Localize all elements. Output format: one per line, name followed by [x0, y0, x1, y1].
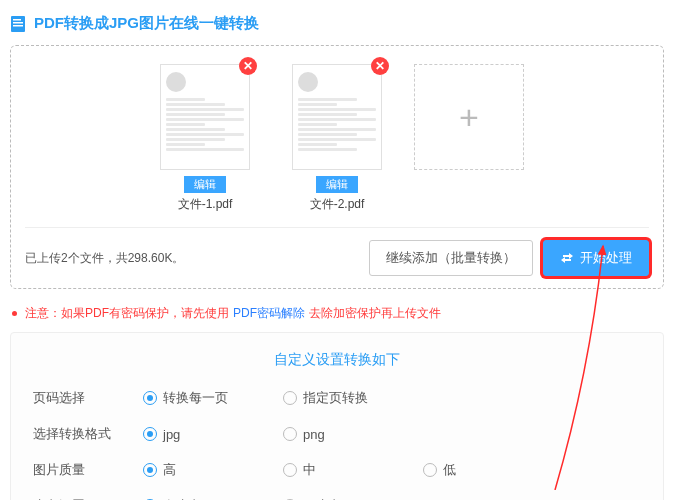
svg-rect-1 — [13, 19, 21, 21]
radio-group: 高中低 — [143, 461, 563, 479]
setting-row: 选择转换格式jpgpng — [33, 425, 641, 443]
svg-rect-2 — [13, 22, 23, 24]
remove-file-button[interactable]: ✕ — [371, 57, 389, 75]
radio-label: 低 — [443, 461, 456, 479]
add-file-dropzone[interactable]: + — [414, 64, 524, 170]
bottom-bar: 已上传2个文件，共298.60K。 继续添加（批量转换） 开始处理 — [25, 227, 649, 276]
notice-prefix: 注意：如果PDF有密码保护，请先使用 — [25, 305, 229, 322]
radio-option[interactable]: 高 — [143, 461, 283, 479]
title-text: PDF转换成JPG图片在线一键转换 — [34, 14, 259, 33]
settings-panel: 自定义设置转换如下 页码选择转换每一页指定页转换选择转换格式jpgpng图片质量… — [10, 332, 664, 500]
file-thumbnail[interactable]: ✕ — [160, 64, 250, 170]
plus-icon: + — [459, 98, 479, 137]
radio-icon — [283, 463, 297, 477]
radio-label: png — [303, 427, 325, 442]
setting-label: 选择转换格式 — [33, 425, 143, 443]
password-remove-link[interactable]: PDF密码解除 — [233, 305, 305, 322]
radio-icon — [283, 391, 297, 405]
file-item: ✕ 编辑 文件-2.pdf — [282, 64, 392, 213]
svg-rect-0 — [11, 16, 25, 32]
radio-label: 中 — [303, 461, 316, 479]
radio-icon — [143, 463, 157, 477]
convert-icon — [560, 251, 574, 265]
radio-option[interactable]: 低 — [423, 461, 563, 479]
setting-label: 图片质量 — [33, 461, 143, 479]
radio-icon — [143, 391, 157, 405]
radio-option[interactable]: 转换每一页 — [143, 389, 283, 407]
bullet-icon — [12, 311, 17, 316]
start-process-button[interactable]: 开始处理 — [543, 240, 649, 276]
edit-button[interactable]: 编辑 — [316, 176, 358, 193]
setting-label: 页码选择 — [33, 389, 143, 407]
radio-label: 指定页转换 — [303, 389, 368, 407]
svg-rect-3 — [13, 25, 23, 27]
password-notice: 注意：如果PDF有密码保护，请先使用 PDF密码解除 去除加密保护再上传文件 — [12, 305, 664, 322]
files-row: ✕ 编辑 文件-1.pdf ✕ — [25, 64, 649, 213]
radio-icon — [283, 427, 297, 441]
radio-label: jpg — [163, 427, 180, 442]
radio-icon — [423, 463, 437, 477]
settings-title: 自定义设置转换如下 — [33, 351, 641, 369]
radio-option[interactable]: 指定页转换 — [283, 389, 423, 407]
document-icon — [10, 15, 26, 33]
radio-label: 转换每一页 — [163, 389, 228, 407]
file-name: 文件-1.pdf — [178, 196, 233, 213]
radio-group: 转换每一页指定页转换 — [143, 389, 423, 407]
radio-group: jpgpng — [143, 427, 423, 442]
start-label: 开始处理 — [580, 249, 632, 267]
setting-row: 图片质量高中低 — [33, 461, 641, 479]
upload-status: 已上传2个文件，共298.60K。 — [25, 250, 184, 267]
remove-file-button[interactable]: ✕ — [239, 57, 257, 75]
radio-option[interactable]: png — [283, 427, 423, 442]
edit-button[interactable]: 编辑 — [184, 176, 226, 193]
radio-label: 高 — [163, 461, 176, 479]
radio-icon — [143, 427, 157, 441]
file-name: 文件-2.pdf — [310, 196, 365, 213]
setting-row: 页码选择转换每一页指定页转换 — [33, 389, 641, 407]
continue-add-button[interactable]: 继续添加（批量转换） — [369, 240, 533, 276]
notice-suffix: 去除加密保护再上传文件 — [309, 305, 441, 322]
upload-area: ✕ 编辑 文件-1.pdf ✕ — [10, 45, 664, 289]
file-thumbnail[interactable]: ✕ — [292, 64, 382, 170]
radio-option[interactable]: jpg — [143, 427, 283, 442]
page-title: PDF转换成JPG图片在线一键转换 — [10, 14, 664, 33]
radio-option[interactable]: 中 — [283, 461, 423, 479]
file-item: ✕ 编辑 文件-1.pdf — [150, 64, 260, 213]
